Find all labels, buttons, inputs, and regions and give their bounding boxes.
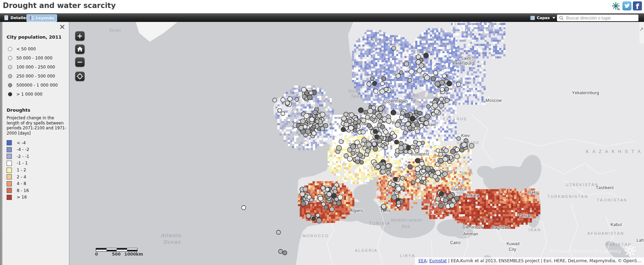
drought-class-row: > 16 bbox=[7, 194, 65, 201]
legend-label: Leyenda bbox=[36, 16, 54, 21]
app-window: Drought and water scarcity EEA f bbox=[0, 0, 644, 265]
close-icon[interactable]: × bbox=[59, 23, 65, 30]
population-legend-list: < 50 00050 000 - 100 000100 000 - 250 00… bbox=[7, 45, 65, 98]
search-input[interactable] bbox=[565, 15, 636, 21]
drought-class-label: 4 - 8 bbox=[17, 181, 26, 186]
eea-logo-icon[interactable]: EEA bbox=[611, 1, 620, 10]
header: Drought and water scarcity EEA f bbox=[0, 0, 644, 13]
twitter-icon[interactable] bbox=[622, 1, 631, 10]
population-class-symbol bbox=[8, 83, 12, 87]
zoom-out-button[interactable]: − bbox=[75, 57, 85, 67]
svg-text:EEA: EEA bbox=[617, 8, 620, 10]
map-attribution: EEA; Eurostat | EEA,Kurnik et al 2013, E… bbox=[415, 257, 644, 265]
drought-class-row: -4 - -2 bbox=[7, 146, 65, 153]
drought-class-swatch bbox=[7, 181, 12, 186]
search-icon bbox=[559, 16, 564, 20]
population-legend-title: City population, 2011 bbox=[7, 34, 65, 40]
layers-button[interactable]: Capas bbox=[527, 14, 558, 21]
panel-toggle-tab bbox=[639, 22, 644, 43]
population-class-label: 50 000 - 100 000 bbox=[16, 56, 53, 61]
attribution-link-eurostat[interactable]: Eurostat bbox=[429, 258, 447, 263]
drought-class-row: -2 - -1 bbox=[7, 153, 65, 160]
droughts-legend-list: < -4-4 - -2-2 - -1-1 - 11 - 22 - 44 - 88… bbox=[7, 139, 65, 201]
drought-class-row: 8 - 16 bbox=[7, 187, 65, 194]
zoom-in-icon: + bbox=[75, 31, 85, 40]
caret-down-icon bbox=[552, 17, 555, 19]
drought-class-label: -4 - -2 bbox=[17, 147, 29, 152]
population-class-row: < 50 000 bbox=[7, 45, 65, 53]
scale-label-500: 500 bbox=[112, 252, 120, 257]
drought-class-swatch bbox=[7, 154, 12, 159]
drought-class-swatch bbox=[7, 174, 12, 179]
attribution-link-eea[interactable]: EEA bbox=[418, 258, 426, 263]
zoom-in-button[interactable]: + bbox=[75, 31, 85, 41]
drought-class-label: 1 - 2 bbox=[17, 168, 26, 172]
population-class-row: 50 000 - 100 000 bbox=[7, 54, 65, 62]
drought-class-label: -2 - -1 bbox=[17, 154, 29, 159]
drought-class-label: 2 - 4 bbox=[17, 175, 26, 179]
drought-class-label: > 16 bbox=[17, 195, 27, 200]
population-class-row: 500000 - 1 000 000 bbox=[7, 81, 65, 89]
population-class-row: 250 000 - 500 000 bbox=[7, 72, 65, 80]
population-class-symbol bbox=[8, 47, 12, 51]
droughts-legend-description: Projected change in the length of dry sp… bbox=[7, 115, 66, 136]
search-box[interactable] bbox=[557, 15, 638, 21]
scale-label-0: 0 bbox=[95, 252, 98, 257]
drought-class-row: 1 - 2 bbox=[7, 167, 65, 174]
drought-class-row: < -4 bbox=[7, 139, 65, 146]
drought-class-swatch bbox=[7, 140, 12, 145]
population-class-symbol bbox=[8, 56, 12, 60]
population-class-symbol bbox=[8, 92, 12, 96]
drought-class-swatch bbox=[7, 147, 12, 152]
map-canvas[interactable] bbox=[69, 22, 644, 265]
left-gutter bbox=[0, 22, 2, 265]
layers-icon bbox=[530, 16, 535, 20]
drought-class-label: -1 - 1 bbox=[17, 161, 28, 166]
attribution-text: | EEA,Kurnik et al 2013, ENSEMBLES proje… bbox=[447, 258, 641, 263]
details-label: Detalles bbox=[10, 16, 28, 20]
home-button[interactable] bbox=[75, 45, 85, 54]
page-title: Drought and water scarcity bbox=[3, 1, 116, 10]
population-class-row: > 1 000 000 bbox=[7, 90, 65, 98]
toolbar: Detalles Leyenda Capas bbox=[0, 13, 644, 22]
population-class-label: 250 000 - 500 000 bbox=[16, 74, 55, 79]
drought-class-row: 2 - 4 bbox=[7, 174, 65, 180]
home-icon bbox=[75, 45, 85, 54]
scale-bar: 0 500 1000km bbox=[96, 248, 137, 256]
scale-label-1000km: 1000km bbox=[124, 252, 143, 257]
locate-icon bbox=[75, 72, 85, 81]
drought-class-swatch bbox=[7, 161, 12, 166]
expand-arrow-icon[interactable] bbox=[639, 27, 644, 31]
legend-panel: × City population, 2011 < 50 00050 000 -… bbox=[2, 22, 69, 265]
population-class-symbol bbox=[8, 65, 12, 69]
drought-class-swatch bbox=[7, 188, 12, 193]
population-class-symbol bbox=[8, 74, 12, 78]
legend-list-icon bbox=[30, 16, 34, 21]
map-viewport[interactable]: + − 0 500 1000km bbox=[69, 22, 644, 265]
population-class-label: < 50 000 bbox=[16, 47, 36, 51]
drought-class-label: < -4 bbox=[17, 140, 26, 145]
population-class-label: 100 000 - 250 000 bbox=[16, 65, 55, 70]
population-class-label: 500000 - 1 000 000 bbox=[16, 83, 58, 88]
drought-class-label: 8 - 16 bbox=[17, 188, 29, 193]
zoom-out-icon: − bbox=[75, 57, 85, 66]
droughts-legend-title: Droughts bbox=[7, 107, 65, 113]
scale-bar-segments bbox=[96, 248, 138, 251]
drought-class-row: -1 - 1 bbox=[7, 160, 65, 167]
drought-class-swatch bbox=[7, 168, 12, 173]
facebook-icon[interactable]: f bbox=[633, 1, 642, 10]
locate-button[interactable] bbox=[75, 72, 85, 81]
legend-button[interactable]: Leyenda bbox=[26, 14, 57, 22]
drought-class-row: 4 - 8 bbox=[7, 180, 65, 187]
population-class-row: 100 000 - 250 000 bbox=[7, 63, 65, 71]
layers-label: Capas bbox=[537, 16, 550, 20]
population-class-label: > 1 000 000 bbox=[16, 92, 42, 97]
drought-class-swatch bbox=[7, 195, 12, 200]
legend-content: City population, 2011 < 50 00050 000 - 1… bbox=[2, 22, 69, 201]
document-icon bbox=[4, 15, 9, 20]
